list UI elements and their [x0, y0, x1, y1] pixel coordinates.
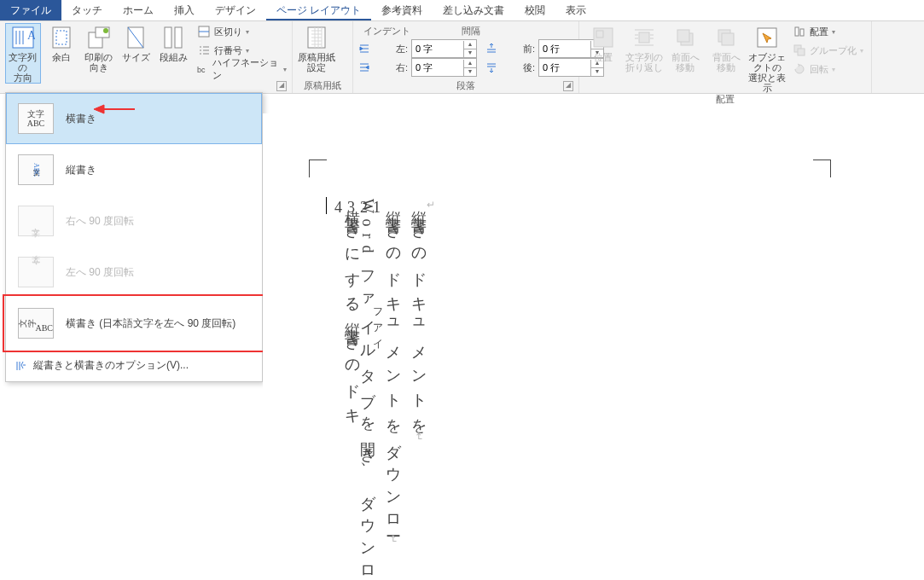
group-paragraph: インデント 間隔 左:▲▼ 右:▲▼ 前:▲▼ 後:▲▼ 段落◢ — [353, 21, 579, 93]
spacing-after-icon — [485, 61, 497, 73]
dd-horizontal[interactable]: 文字ABC 横書き — [6, 93, 262, 144]
selection-pane-label: オブジェクトの選択と表示 — [748, 52, 786, 93]
manuscript-label: 原稿用紙設定 — [298, 52, 335, 72]
size-label: サイズ — [122, 52, 150, 62]
align-button[interactable]: 配置▾ — [793, 23, 863, 40]
document-area[interactable]: 縦書きのドキュメントを↵ 縦書きのドキュメントをダウンロー↵ Wordファイルタ… — [263, 113, 924, 580]
dd-horizontal-thumb: 文字ABC — [18, 103, 54, 134]
columns-button[interactable]: 段組み — [156, 23, 190, 62]
dd-vertical-thumb: 文字ABC — [18, 154, 54, 185]
hyphenation-label: ハイフネーション — [212, 56, 280, 82]
svg-rect-21 — [795, 27, 799, 36]
position-button: 位置 — [584, 23, 622, 62]
dd-rotate-left: 文字 左へ 90 度回転 — [6, 246, 262, 298]
svg-rect-19 — [722, 33, 734, 45]
dd-rotate-left-thumb: 文字 — [18, 257, 54, 287]
dd-vertical-label: 縦書き — [66, 163, 96, 177]
svg-text:bc: bc — [197, 66, 206, 74]
page-setup-dialog-launcher[interactable]: ◢ — [276, 81, 287, 91]
svg-rect-14 — [596, 31, 603, 38]
size-button[interactable]: サイズ — [119, 23, 153, 62]
spacing-title: 間隔 — [462, 25, 480, 38]
dd-separator — [6, 351, 262, 351]
indent-left-label: 左: — [374, 43, 408, 55]
indent-right-spinner[interactable]: ▲▼ — [463, 60, 476, 76]
ribbon: A 文字列の方向 余白 印刷の向き サイズ 段組み 区切り▾ 行番号▾ — [0, 21, 924, 94]
text-direction-button[interactable]: A 文字列の方向 — [5, 23, 41, 84]
rotate-button: 回転▾ — [793, 61, 863, 78]
manuscript-button[interactable]: 原稿用紙設定 — [298, 23, 335, 72]
margins-label: 余白 — [52, 52, 71, 62]
tab-page-layout[interactable]: ページ レイアウト — [266, 0, 371, 20]
tab-references[interactable]: 参考資料 — [371, 0, 433, 20]
spacing-before-label: 前: — [501, 43, 535, 55]
text-direction-dropdown: 文字ABC 横書き 文字ABC 縦書き 文字 右へ 90 度回転 文字 左へ 9… — [5, 92, 263, 382]
indent-left-spinner[interactable]: ▲▼ — [463, 41, 476, 57]
paragraph-group-label: 段落◢ — [358, 79, 573, 93]
dd-horizontal-label: 横書き — [66, 112, 96, 126]
ribbon-tabs: ファイル タッチ ホーム 挿入 デザイン ページ レイアウト 参考資料 差し込み… — [0, 0, 924, 21]
text-direction-options-icon — [15, 360, 26, 372]
tab-design[interactable]: デザイン — [205, 0, 266, 20]
breaks-label: 区切り — [214, 26, 242, 38]
indent-right-input[interactable] — [412, 62, 463, 72]
orientation-button[interactable]: 印刷の向き — [82, 23, 116, 72]
dd-horizontal-rot90-thumb: 文字ABC — [18, 308, 54, 339]
hyphenation-button[interactable]: bcハイフネーション▾ — [197, 61, 287, 78]
tab-home[interactable]: ホーム — [113, 0, 164, 20]
svg-rect-15 — [639, 32, 649, 43]
dd-rotate-right-label: 右へ 90 度回転 — [66, 214, 134, 229]
margin-corner-tl — [309, 160, 327, 177]
indent-right-label: 右: — [374, 61, 408, 74]
tab-mailings[interactable]: 差し込み文書 — [433, 0, 514, 20]
return-mark: ↵ — [427, 199, 435, 211]
wrap-button: 文字列の折り返し — [625, 23, 663, 72]
tab-file[interactable]: ファイル — [0, 0, 61, 20]
position-label: 位置 — [594, 52, 613, 62]
selection-pane-button[interactable]: オブジェクトの選択と表示 — [748, 23, 786, 93]
margins-button[interactable]: 余白 — [44, 23, 78, 62]
manuscript-group-label: 原稿用紙 — [298, 79, 347, 93]
dd-rotate-right-thumb: 文字 — [18, 206, 54, 236]
dd-options[interactable]: 縦書きと横書きのオプション(V)... — [6, 353, 262, 378]
indent-left-icon — [358, 43, 370, 55]
doc-col-5: 4321 — [334, 199, 386, 217]
doc-col-1: 縦書きのドキュメントをダウンロー↵ — [381, 199, 406, 550]
arrange-group-label: 配置 — [584, 93, 866, 106]
svg-rect-24 — [798, 49, 805, 55]
text-cursor — [326, 197, 327, 214]
tab-review[interactable]: 校閲 — [514, 0, 555, 20]
bring-forward-label: 前面へ移動 — [671, 52, 700, 72]
svg-rect-9 — [175, 27, 182, 48]
text-direction-label: 文字列の方向 — [6, 52, 40, 83]
tab-touch[interactable]: タッチ — [61, 0, 113, 20]
dd-horizontal-rot90[interactable]: 文字ABC 横書き (日本語文字を左へ 90 度回転) — [6, 298, 262, 349]
dd-horizontal-rot90-label: 横書き (日本語文字を左へ 90 度回転) — [66, 316, 235, 331]
margin-corner-tr — [813, 160, 831, 177]
svg-text:A: A — [27, 29, 35, 42]
dd-rotate-left-label: 左へ 90 度回転 — [66, 265, 134, 280]
tab-view[interactable]: 表示 — [555, 0, 596, 20]
send-backward-label: 背面へ移動 — [712, 52, 741, 72]
doc-col-4: 横書きにする縦書きのドキ — [340, 199, 365, 422]
spacing-before-icon — [485, 43, 497, 55]
breaks-button[interactable]: 区切り▾ — [197, 23, 287, 40]
indent-title: インデント — [363, 25, 410, 38]
spacing-after-label: 後: — [501, 61, 535, 74]
rotate-label: 回転 — [810, 63, 828, 76]
svg-rect-22 — [800, 29, 804, 36]
group-manuscript: 原稿用紙設定 原稿用紙 — [293, 21, 353, 93]
svg-point-6 — [103, 28, 108, 33]
dd-rotate-right: 文字 右へ 90 度回転 — [6, 195, 262, 246]
indent-left-input[interactable] — [412, 44, 463, 54]
bring-forward-button: 前面へ移動 — [666, 23, 704, 72]
send-backward-button: 背面へ移動 — [707, 23, 745, 72]
line-numbers-label: 行番号 — [214, 44, 242, 57]
wrap-label: 文字列の折り返し — [625, 52, 663, 72]
doc-col-0: 縦書きのドキュメントを↵ — [406, 199, 432, 448]
page: 縦書きのドキュメントを↵ 縦書きのドキュメントをダウンロー↵ Wordファイルタ… — [297, 148, 843, 580]
svg-rect-17 — [677, 30, 689, 42]
paragraph-dialog-launcher[interactable]: ◢ — [563, 81, 573, 91]
tab-insert[interactable]: 挿入 — [164, 0, 205, 20]
dd-vertical[interactable]: 文字ABC 縦書き — [6, 144, 262, 195]
